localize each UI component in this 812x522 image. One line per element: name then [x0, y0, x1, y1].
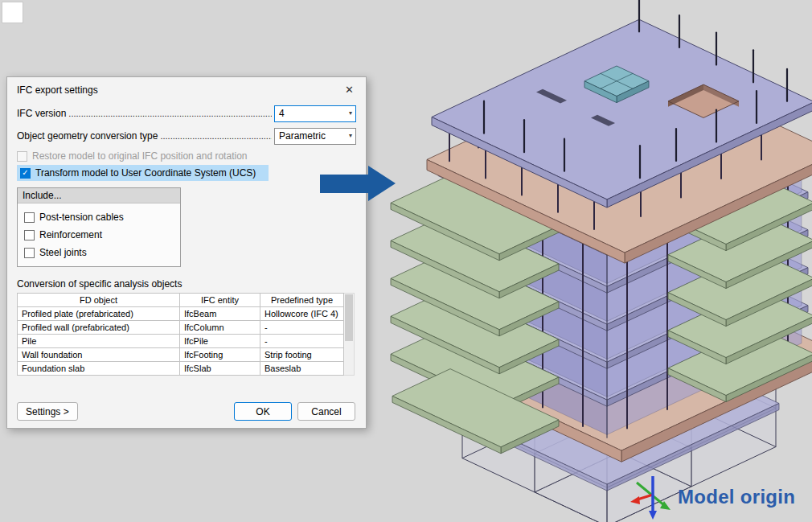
cell-predefined-type[interactable]: - — [260, 335, 344, 348]
axis-x-arrow — [630, 496, 640, 504]
table-scrollbar[interactable] — [344, 293, 355, 376]
dotted-leader — [68, 109, 272, 118]
col-fd-object: FD object — [18, 294, 180, 307]
cell-predefined-type[interactable]: Hollowcore (IFC 4) — [260, 307, 344, 321]
chevron-down-icon: ▾ — [349, 133, 352, 139]
dotted-leader — [160, 131, 272, 141]
ifc-export-settings-dialog: IFC export settings ✕ IFC version 4 ▾ Ob… — [6, 76, 367, 429]
transform-ucs-option[interactable]: ✓ Transform model to User Coordinate Sys… — [17, 165, 269, 181]
include-group: Include... Post-tension cables Reinforce… — [17, 187, 181, 267]
geometry-conversion-row: Object geometry conversion type Parametr… — [17, 126, 356, 146]
cell-ifc-entity[interactable]: IfcSlab — [180, 362, 260, 376]
cell-predefined-type[interactable]: Baseslab — [260, 362, 344, 376]
conversion-caption: Conversion of specific analysis objects — [17, 278, 356, 290]
origin-axes-icon — [629, 473, 677, 521]
ifc-version-row: IFC version 4 ▾ — [17, 104, 356, 123]
transform-ucs-label: Transform model to User Coordinate Syste… — [35, 167, 256, 179]
post-tension-cables-checkbox[interactable] — [24, 212, 35, 223]
cell-fd-object[interactable]: Pile — [18, 335, 180, 348]
col-predefined-type: Predefined type — [260, 294, 344, 307]
close-icon[interactable]: ✕ — [342, 84, 356, 96]
model-origin-label: Model origin — [678, 486, 795, 508]
cell-ifc-entity[interactable]: IfcBeam — [180, 307, 260, 321]
check-icon: ✓ — [22, 169, 28, 177]
restore-position-option[interactable]: Restore model to original IFC position a… — [17, 150, 247, 162]
dialog-buttons: Settings > OK Cancel — [17, 402, 355, 421]
transform-ucs-checkbox[interactable]: ✓ — [20, 168, 31, 179]
table-row[interactable]: Wall foundation IfcFooting Strip footing — [18, 348, 344, 362]
cell-fd-object[interactable]: Profiled plate (prefabricated) — [18, 307, 180, 321]
table-row[interactable]: Profiled plate (prefabricated) IfcBeam H… — [18, 307, 344, 321]
reinforcement-option[interactable]: Reinforcement — [24, 229, 102, 240]
axis-z-arrow — [649, 511, 657, 520]
cell-fd-object[interactable]: Foundation slab — [18, 362, 180, 376]
geometry-conversion-label: Object geometry conversion type — [17, 130, 158, 142]
cell-ifc-entity[interactable]: IfcColumn — [180, 321, 260, 335]
cell-predefined-type[interactable]: Strip footing — [260, 348, 344, 362]
reinforcement-checkbox[interactable] — [24, 230, 35, 240]
post-tension-cables-option[interactable]: Post-tension cables — [24, 212, 124, 223]
restore-position-label: Restore model to original IFC position a… — [32, 150, 247, 162]
table-row[interactable]: Pile IfcPile - — [18, 335, 344, 348]
ok-button[interactable]: OK — [234, 402, 292, 421]
restore-position-checkbox[interactable] — [17, 151, 27, 162]
cancel-button[interactable]: Cancel — [297, 402, 355, 421]
ifc-version-value: 4 — [279, 108, 285, 119]
cell-ifc-entity[interactable]: IfcPile — [180, 335, 260, 348]
dialog-title: IFC export settings — [17, 84, 98, 96]
steel-joints-checkbox[interactable] — [24, 248, 35, 258]
table-row[interactable]: Profiled wall (prefabricated) IfcColumn … — [18, 321, 344, 335]
ifc-version-select[interactable]: 4 ▾ — [274, 105, 356, 122]
geometry-conversion-select[interactable]: Parametric ▾ — [274, 128, 356, 145]
axis-x-line — [638, 495, 653, 499]
chevron-down-icon: ▾ — [349, 110, 352, 117]
ifc-version-label: IFC version — [17, 108, 66, 119]
model-origin-annotation: Model origin — [629, 473, 795, 521]
cell-fd-object[interactable]: Wall foundation — [18, 348, 180, 362]
steel-joints-label: Steel joints — [39, 247, 87, 258]
post-tension-cables-label: Post-tension cables — [39, 212, 124, 223]
corner-panel — [2, 2, 23, 23]
cell-fd-object[interactable]: Profiled wall (prefabricated) — [18, 321, 180, 335]
dialog-header: IFC export settings ✕ — [7, 77, 366, 101]
table-row[interactable]: Foundation slab IfcSlab Baseslab — [18, 362, 344, 376]
table-scrollbar-thumb[interactable] — [345, 294, 353, 341]
conversion-table: FD object IFC entity Predefined type Pro… — [17, 293, 344, 376]
ok-cancel-group: OK Cancel — [234, 402, 355, 421]
axis-y-line — [637, 483, 664, 505]
col-ifc-entity: IFC entity — [180, 294, 260, 307]
geometry-conversion-value: Parametric — [279, 130, 326, 142]
cell-ifc-entity[interactable]: IfcFooting — [180, 348, 260, 362]
settings-button[interactable]: Settings > — [17, 402, 78, 421]
steel-joints-option[interactable]: Steel joints — [24, 247, 87, 258]
conversion-table-wrap: FD object IFC entity Predefined type Pro… — [17, 293, 356, 376]
include-group-title: Include... — [18, 188, 180, 203]
cell-predefined-type[interactable]: - — [260, 321, 344, 335]
table-header-row: FD object IFC entity Predefined type — [18, 294, 344, 307]
include-group-body: Post-tension cables Reinforcement Steel … — [18, 203, 180, 266]
reinforcement-label: Reinforcement — [39, 229, 102, 240]
